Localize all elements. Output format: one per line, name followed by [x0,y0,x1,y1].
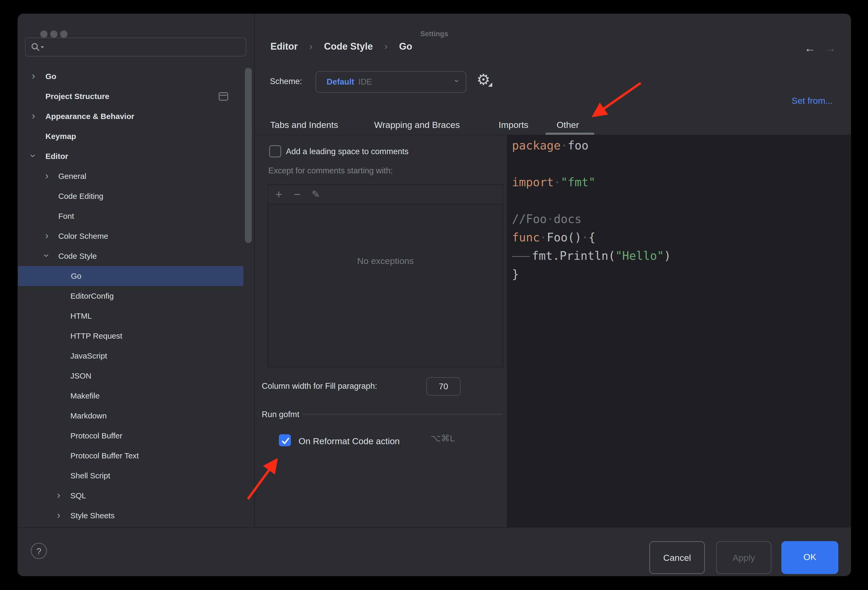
code-token: · [540,231,547,244]
forward-arrow-button[interactable]: → [825,41,836,55]
on-reformat-checkbox[interactable] [279,434,291,446]
sidebar-item-editor[interactable]: ›Editor [18,146,244,166]
remove-icon[interactable]: − [294,189,301,200]
chevron-down-icon[interactable]: › [42,254,52,257]
sidebar-item-label: Project Structure [46,92,109,101]
chevron-right-icon[interactable]: › [57,490,61,500]
breadcrumb-code-style[interactable]: Code Style [324,41,373,52]
sidebar-item-label: Makefile [70,392,100,400]
code-token: } [512,268,519,281]
chevron-right-icon[interactable]: › [32,71,35,81]
sidebar-divider [254,14,255,527]
sidebar-item-label: Font [58,212,74,221]
sidebar-item-html[interactable]: HTML [18,306,244,326]
tab-other[interactable]: Other [557,120,579,130]
sidebar-item-label: EditorConfig [70,291,114,300]
sidebar-item-label: JSON [70,371,92,380]
tab-wrapping-and-braces[interactable]: Wrapping and Braces [374,120,460,130]
sidebar-item-label: Keymap [46,132,76,141]
code-token: import [512,176,554,189]
sidebar-item-label: Appearance & Behavior [46,112,134,121]
code-token: foo [568,139,588,152]
on-reformat-shortcut: ⌥⌘L [431,433,455,444]
cancel-button[interactable]: Cancel [649,541,705,574]
tab-imports[interactable]: Imports [499,120,528,130]
code-token: ——— [512,249,528,262]
except-comments-label: Except for comments starting with: [268,166,393,176]
chevron-right-icon[interactable]: › [32,111,35,121]
sidebar-item-label: Code Editing [58,192,103,201]
scheme-suffix: IDE [359,77,372,87]
chevron-right-icon[interactable]: › [45,171,49,181]
sidebar-item-code-editing[interactable]: Code Editing [18,186,244,206]
breadcrumb-editor[interactable]: Editor [270,41,298,52]
code-token: · [561,139,568,152]
run-gofmt-separator [303,414,503,414]
sidebar-item-javascript[interactable]: JavaScript [18,346,244,366]
back-arrow-button[interactable]: ← [804,41,816,55]
sidebar-item-color-scheme[interactable]: ›Color Scheme [18,226,244,246]
code-token: · [554,176,561,189]
sidebar-item-label: Markdown [70,411,106,420]
help-button[interactable]: ? [31,543,47,559]
sidebar-item-shell-script[interactable]: Shell Script [18,466,244,486]
code-preview-pane: package·fooimport·"fmt"//Foo·docsfunc·Fo… [507,135,851,527]
sidebar-item-label: HTML [70,312,92,321]
tab-tabs-and-indents[interactable]: Tabs and Indents [270,120,338,130]
sidebar-item-code-style[interactable]: ›Code Style [18,246,244,266]
sidebar-item-makefile[interactable]: Makefile [18,386,244,406]
checkmark-icon [280,435,292,447]
breadcrumb-go[interactable]: Go [399,41,412,52]
set-from-link[interactable]: Set from... [791,96,833,106]
sidebar-item-json[interactable]: JSON [18,366,244,386]
run-gofmt-group-label: Run gofmt [262,410,299,419]
sidebar-item-label: Style Sheets [70,511,114,520]
sidebar-item-protocol-buffer-text[interactable]: Protocol Buffer Text [18,446,244,466]
sidebar-item-protocol-buffer[interactable]: Protocol Buffer [18,426,244,446]
sidebar-item-keymap[interactable]: Keymap [18,126,244,146]
chevron-right-icon[interactable]: › [45,231,49,241]
chevron-down-icon[interactable]: › [28,154,38,157]
settings-tree: ›GoProject Structure›Appearance & Behavi… [18,14,254,527]
sidebar-item-general[interactable]: ›General [18,166,244,186]
sidebar-item-label: Go [71,272,81,281]
sidebar-item-label: SQL [70,491,86,500]
sidebar-item-http-request[interactable]: HTTP Request [18,326,244,346]
code-token: · [582,231,589,244]
sidebar-item-project-structure[interactable]: Project Structure [18,86,244,106]
sidebar-item-style-sheets[interactable]: ›Style Sheets [18,506,244,526]
ok-button[interactable]: OK [781,541,838,574]
scheme-label: Scheme: [270,77,302,86]
column-width-input[interactable]: 70 [427,377,461,396]
code-token: ) [664,249,671,262]
code-token: //Foo [512,212,547,226]
sidebar-item-markdown[interactable]: Markdown [18,406,244,426]
scheme-gear-icon[interactable]: ⚙ [477,72,490,87]
chevron-right-icon[interactable]: › [57,510,61,520]
sidebar-item-label: General [58,172,86,181]
sidebar-item-label: Protocol Buffer [70,431,123,440]
column-width-label: Column width for Fill paragraph: [262,382,377,391]
code-token: Foo() [547,231,581,244]
sidebar-item-sql[interactable]: ›SQL [18,486,244,506]
sidebar-item-font[interactable]: Font [18,206,244,226]
exceptions-panel: + − ✎ No exceptions [267,185,503,367]
sidebar-item-editorconfig[interactable]: EditorConfig [18,286,244,306]
sidebar-item-label: Protocol Buffer Text [70,451,139,460]
sidebar-item-go[interactable]: ›Go [18,67,244,86]
sidebar-item-go[interactable]: Go [18,266,244,286]
add-icon[interactable]: + [275,189,282,200]
code-token: fmt.Println( [532,249,615,262]
add-leading-space-checkbox[interactable] [269,145,281,157]
code-line: //Foo·docs [512,210,582,228]
sidebar-item-appearance-behavior[interactable]: ›Appearance & Behavior [18,106,244,126]
code-token: · [547,212,554,226]
sidebar-item-label: Go [46,72,56,81]
code-line: ———fmt.Println("Hello") [512,247,671,265]
edit-pencil-icon[interactable]: ✎ [311,189,320,200]
scheme-value: Default [326,77,354,87]
sidebar-scrollbar[interactable] [245,68,252,243]
scheme-dropdown[interactable]: Default IDE › [316,71,466,93]
apply-button[interactable]: Apply [716,541,771,574]
code-line: } [512,265,519,284]
